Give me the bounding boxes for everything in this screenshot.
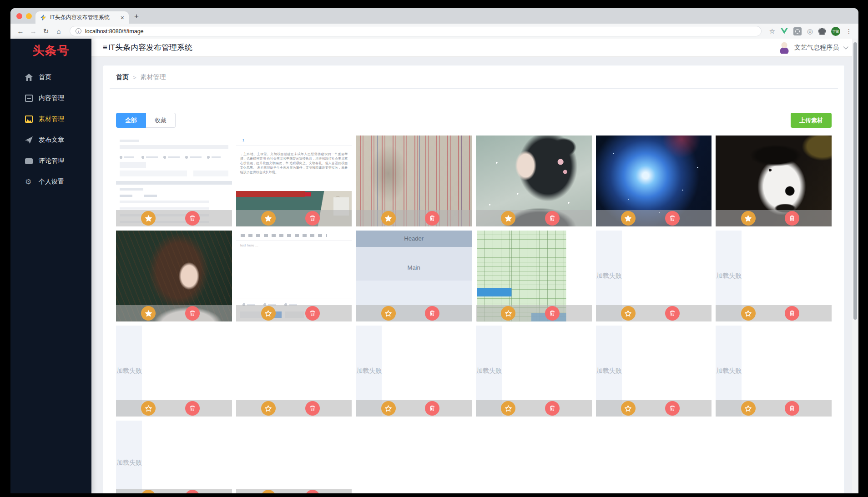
delete-button[interactable] xyxy=(665,211,680,226)
delete-button[interactable] xyxy=(665,306,680,321)
favorite-button[interactable] xyxy=(261,490,276,493)
forward-icon[interactable]: → xyxy=(28,27,39,35)
favorite-button[interactable] xyxy=(141,401,156,416)
delete-button[interactable] xyxy=(185,401,200,416)
delete-button[interactable] xyxy=(305,401,320,416)
material-card: text here ... xyxy=(236,231,352,321)
sidebar-item-label: 内容管理 xyxy=(39,94,64,102)
delete-button[interactable] xyxy=(305,306,320,321)
trash-icon xyxy=(309,215,316,221)
favorite-button[interactable] xyxy=(501,306,515,321)
load-failed-text: 加载失败 xyxy=(596,272,622,280)
delete-button[interactable] xyxy=(785,401,799,416)
card-action-bar xyxy=(236,210,352,226)
favorite-button[interactable] xyxy=(261,401,276,416)
extension-circle-icon[interactable]: ◎ xyxy=(807,27,813,35)
load-failed-text: 加载失败 xyxy=(116,459,142,467)
minimize-window-button[interactable] xyxy=(26,13,32,19)
card-action-bar xyxy=(116,400,232,417)
app-header: ≡ IT头条内容发布管理系统 文艺气息程序员 xyxy=(91,39,858,57)
card-action-bar xyxy=(596,400,712,417)
back-icon[interactable]: ← xyxy=(15,27,26,35)
material-panel: 首页 > 素材管理 全部 收藏 上传素材 xyxy=(103,65,845,493)
close-window-button[interactable] xyxy=(16,13,22,19)
star-icon xyxy=(745,215,752,222)
extensions-puzzle-icon[interactable] xyxy=(818,28,826,35)
favorite-button[interactable] xyxy=(621,401,636,416)
delete-button[interactable] xyxy=(785,306,799,321)
chevron-down-icon xyxy=(843,44,848,49)
address-bar[interactable]: i localhost:8080/#/image xyxy=(70,26,762,36)
favorite-button[interactable] xyxy=(381,211,396,226)
sidebar-item-send[interactable]: 发布文章 xyxy=(10,130,91,151)
user-avatar xyxy=(778,42,790,54)
delete-button[interactable] xyxy=(785,211,799,226)
favorite-button[interactable] xyxy=(741,401,756,416)
page-info-icon[interactable]: i xyxy=(76,28,81,34)
breadcrumb-home[interactable]: 首页 xyxy=(116,73,129,81)
favorite-button[interactable] xyxy=(141,211,156,226)
delete-button[interactable] xyxy=(305,211,320,226)
favorite-button[interactable] xyxy=(381,401,396,416)
browser-profile-avatar[interactable]: 宇健 xyxy=(831,27,840,36)
favorite-button[interactable] xyxy=(261,306,276,321)
card-action-bar xyxy=(596,210,712,226)
upload-material-button[interactable]: 上传素材 xyxy=(791,113,832,128)
delete-button[interactable] xyxy=(185,306,200,321)
url-text[interactable]: localhost:8080/#/image xyxy=(85,28,144,35)
bookmark-star-icon[interactable]: ☆ xyxy=(769,27,775,35)
vue-devtools-icon[interactable] xyxy=(781,28,788,35)
star-icon xyxy=(505,405,512,412)
delete-button[interactable] xyxy=(185,490,200,493)
material-card: 加载失败 xyxy=(596,326,712,417)
favorite-button[interactable] xyxy=(141,490,156,493)
browser-toolbar: ← → ↻ ⌂ i localhost:8080/#/image ☆ ◎ 宇健 … xyxy=(10,24,858,39)
home-icon[interactable]: ⌂ xyxy=(53,27,64,35)
page-scrollbar[interactable] xyxy=(852,39,858,493)
card-action-bar xyxy=(716,400,832,417)
sidebar-item-settings[interactable]: 个人设置 xyxy=(10,171,91,192)
sidebar-item-comment[interactable]: 评论管理 xyxy=(10,151,91,171)
trash-icon xyxy=(669,215,676,221)
favorite-button[interactable] xyxy=(261,211,276,226)
sidebar-item-picture[interactable]: 素材管理 xyxy=(10,109,91,130)
delete-button[interactable] xyxy=(545,211,560,226)
favorite-button[interactable] xyxy=(501,211,515,226)
tab-close-icon[interactable]: × xyxy=(121,15,124,21)
card-action-bar xyxy=(356,210,472,226)
new-tab-button[interactable]: + xyxy=(134,12,139,21)
favorite-button[interactable] xyxy=(381,306,396,321)
favorite-button[interactable] xyxy=(621,306,636,321)
card-action-bar xyxy=(236,400,352,417)
favorite-button[interactable] xyxy=(141,306,156,321)
delete-button[interactable] xyxy=(425,306,439,321)
favorite-button[interactable] xyxy=(501,401,515,416)
filter-tab-favorites[interactable]: 收藏 xyxy=(146,113,176,128)
favorite-button[interactable] xyxy=(621,211,636,226)
browser-tab[interactable]: IT头条内容发布管理系统 × xyxy=(35,11,129,24)
delete-button[interactable] xyxy=(305,490,320,493)
favorite-button[interactable] xyxy=(741,211,756,226)
delete-button[interactable] xyxy=(425,401,439,416)
sidebar-item-home[interactable]: 首页 xyxy=(10,67,91,88)
delete-button[interactable] xyxy=(665,401,680,416)
collapse-menu-icon[interactable]: ≡ xyxy=(103,43,107,52)
favorite-button[interactable] xyxy=(741,306,756,321)
material-card xyxy=(236,326,352,417)
user-menu[interactable]: 文艺气息程序员 xyxy=(778,42,847,54)
delete-button[interactable] xyxy=(545,401,560,416)
card-action-bar xyxy=(236,305,352,321)
react-devtools-icon[interactable] xyxy=(793,27,802,35)
browser-menu-icon[interactable]: ⋮ xyxy=(846,28,852,35)
reload-icon[interactable]: ↻ xyxy=(40,27,51,35)
sidebar-item-document[interactable]: 内容管理 xyxy=(10,88,91,109)
trash-icon xyxy=(789,310,795,316)
card-action-bar xyxy=(476,210,592,226)
delete-button[interactable] xyxy=(185,211,200,226)
filter-tab-all[interactable]: 全部 xyxy=(116,113,146,128)
material-card: 加载失败 xyxy=(716,231,832,321)
card-action-bar xyxy=(596,305,712,321)
delete-button[interactable] xyxy=(545,306,560,321)
scrollbar-thumb[interactable] xyxy=(853,42,857,320)
delete-button[interactable] xyxy=(425,211,439,226)
